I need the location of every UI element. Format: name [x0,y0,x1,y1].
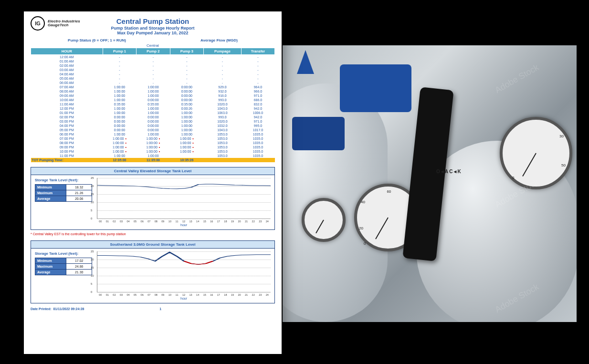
x-tick-label: 06 [138,293,146,296]
chart1-section: Central Valley Elevated Storage Tank Lev… [31,167,275,230]
x-tick-label: 09 [159,220,167,223]
table-row: 11:00 AM0:35:000:35:000:35:001020.0832.0 [31,102,275,106]
stats-value: 20.06 [66,196,92,202]
x-tick-label: 01 [104,293,111,296]
table-cell: 1:00:00 [103,136,136,141]
x-tick-label: 24 [264,293,271,296]
chart1-title: Central Valley Elevated Storage Tank Lev… [31,167,275,175]
table-cell: 1:00:00 [137,132,170,136]
x-tick-label: 05 [132,220,139,223]
report-page: IG Electro Industries GaugeTech Central … [24,11,282,354]
table-row: 11:00 PM1:00:001:00:001053.01035.0 [31,154,275,158]
stats-row: Maximum21.26 [35,190,92,196]
chart1-stats-title: Storage Tank Level (feet): [35,178,92,182]
table-cell: - [241,59,274,63]
table-cell: - [170,81,203,85]
table-cell: 1017.0 [241,128,274,132]
watermark: Adobe Stock [494,62,541,95]
table-cell: 1032.0 [204,124,242,128]
x-tick-label: 22 [250,220,257,223]
table-cell: 1053.0 [204,149,242,154]
y-tick-label: 15 [91,266,94,269]
x-tick-label: 00 [97,293,104,296]
table-cell: 0:35:00 [103,102,136,106]
table-cell: 1063.0 [204,111,242,115]
stats-label: Maximum [35,264,66,270]
table-row: 03:00 PM0:00:000:00:001:00:001020.0971.0 [31,119,275,124]
chart1-plot: 0510152025 [97,178,271,219]
table-cell: 942.0 [241,106,274,111]
table-cell: 993.0 [204,115,242,119]
table-cell: - [170,68,203,72]
chart2-body: Storage Tank Level (feet): Minimum17.02M… [31,249,275,303]
table-cell: - [204,68,242,72]
date-printed-label: Date Printed: [31,307,52,311]
table-row: 12:00 PM1:00:001:00:000:00:261043.0942.0 [31,106,275,111]
chart2-title: Southerland 3.0MG Ground Storage Tank Le… [31,240,275,249]
stats-value: 18.32 [66,185,92,190]
table-cell: 1020.0 [204,119,242,124]
stats-label: Average [35,196,66,202]
table-row: 01:00 AM----- [31,59,275,63]
table-cell: 0:00:00 [170,85,203,89]
table-cell: 0:00:00 [103,119,136,124]
table-cell: - [204,55,242,60]
table-cell: - [103,76,136,81]
x-tick-label: 18 [222,220,229,223]
chart2-plot: 0510152025 [97,251,271,292]
stats-row: Average20.06 [35,196,92,202]
group-label: Central [31,43,275,48]
table-cell: 12:00 AM [31,55,103,60]
table-row: 06:00 AM----- [31,81,275,85]
table-cell: 1:00:00 [103,145,136,149]
table-cell: - [204,72,242,76]
chart2-stats-title: Storage Tank Level (feet): [35,251,92,256]
x-tick-label: 14 [194,220,201,223]
x-tick-label: 12 [180,220,188,223]
table-header: Transfer [241,48,274,55]
table-cell: 0:00:00 [170,89,203,94]
table-cell: 09:00 PM [31,145,103,149]
x-tick-label: 18 [222,293,229,296]
table-row: 05:00 AM----- [31,76,275,81]
table-cell: - [204,59,242,63]
x-tick-label: 03 [118,220,125,223]
table-cell: 04:00 PM [31,124,103,128]
x-tick-label: 09 [159,293,167,296]
table-cell: 993.0 [204,98,242,102]
x-tick-label: 15 [201,293,208,296]
table-row: 06:00 PM1:00:001:00:001:00:001053.01035.… [31,132,275,136]
table-cell: 966.0 [241,89,274,94]
x-tick-label: 20 [236,220,243,223]
table-cell: 1:00:00 [170,149,203,154]
y-tick-label: 20 [91,185,94,187]
gauge-tick: 50 [561,163,566,167]
report-subtitle2: Max Day Pumped January 10, 2022 [31,31,275,35]
y-tick-label: 5 [91,209,92,212]
table-cell: - [170,55,203,60]
table-row: 09:00 PM1:00:001:00:001:00:001053.01035.… [31,145,275,149]
table-row: 10:00 AM1:00:000:00:000:00:00993.0686.0 [31,98,275,102]
x-tick-label: 11 [173,220,180,223]
stats-label: Minimum [35,185,66,190]
report-footer: Date Printed: 01/11/2022 09:24:28 1 [31,307,275,311]
table-cell: 07:00 AM [31,85,103,89]
x-tick-label: 01 [104,220,111,223]
valve-direction-label: O◄A C◄K [436,169,461,174]
table-cell: 1:00:00 [137,94,170,98]
table-cell: 686.0 [241,98,274,102]
y-tick-label: 15 [91,193,94,196]
table-cell: 929.0 [204,85,242,89]
table-cell: 1:00:00 [137,85,170,89]
table-cell: - [204,76,242,81]
x-tick-label: 03 [118,293,125,296]
table-cell: - [137,68,170,72]
table-cell: 1:00:00 [103,141,136,145]
table-cell: 1043.0 [204,128,242,132]
footnote: * Central Valley EST is the controlling … [31,232,275,236]
table-cell: 1035.0 [241,154,274,158]
x-tick-label: 07 [146,293,153,296]
table-cell: 1053.0 [204,145,242,149]
gauge-tick: 0 [512,176,514,180]
gauge-tick: 20 [359,226,363,230]
